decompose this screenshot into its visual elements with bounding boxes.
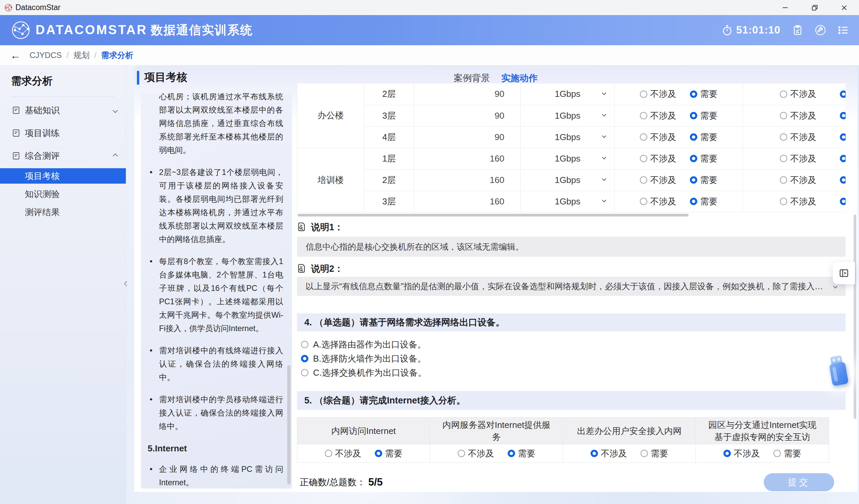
radio-na[interactable] bbox=[640, 155, 647, 162]
case-panel-scrollbar[interactable] bbox=[287, 365, 290, 485]
radio-na[interactable] bbox=[780, 155, 787, 162]
radio-na[interactable] bbox=[723, 450, 731, 457]
radio-na[interactable] bbox=[590, 450, 598, 457]
radio-need[interactable] bbox=[840, 198, 846, 205]
radio-option-a[interactable] bbox=[301, 341, 308, 348]
radio-label: 不涉及 bbox=[790, 196, 816, 207]
chevron-down-icon bbox=[602, 155, 606, 159]
radio-need[interactable] bbox=[375, 450, 382, 457]
sidebar-item-comprehensive-evaluation[interactable]: 综合测评 bbox=[0, 147, 126, 165]
radio-need[interactable] bbox=[641, 450, 648, 457]
radio-need[interactable] bbox=[690, 112, 697, 119]
scrollbar-thumb[interactable] bbox=[298, 214, 689, 217]
drawer-handle[interactable] bbox=[833, 262, 855, 284]
table-horizontal-scrollbar[interactable] bbox=[297, 214, 846, 217]
radio-need[interactable] bbox=[690, 133, 697, 141]
close-button[interactable] bbox=[829, 0, 859, 15]
sidebar-subitem-project-assessment[interactable]: 项目考核 bbox=[0, 168, 126, 184]
radio-need[interactable] bbox=[840, 133, 846, 141]
option-c[interactable]: C.选择交换机作为出口设备。 bbox=[297, 366, 846, 380]
menu-list-icon[interactable] bbox=[838, 25, 849, 36]
building-cell: 培训楼 bbox=[297, 148, 364, 212]
tools-icon[interactable] bbox=[815, 25, 826, 36]
radio-group-cell: 不涉及 需要 bbox=[563, 444, 696, 463]
radio-need[interactable] bbox=[773, 450, 781, 457]
case-description-panel[interactable]: 心机房；该机房通过水平布线系统部署以太网双绞线至本楼层中的各网络信息插座，通过垂… bbox=[141, 93, 292, 489]
radio-na[interactable] bbox=[780, 133, 787, 141]
breadcrumb-separator: / bbox=[94, 51, 97, 60]
breadcrumb-item[interactable]: CJYDCS bbox=[30, 51, 62, 60]
radio-need[interactable] bbox=[840, 155, 846, 162]
chevron-down-icon bbox=[113, 108, 118, 113]
radio-need[interactable] bbox=[840, 91, 846, 98]
document-icon bbox=[12, 152, 20, 160]
app-window: DatacomStar DATACOMSTAR数据通信实训系统 bbox=[0, 0, 859, 504]
radio-need[interactable] bbox=[840, 112, 846, 119]
radio-na[interactable] bbox=[780, 112, 787, 119]
radio-label: 不涉及 bbox=[468, 448, 494, 459]
report-icon[interactable] bbox=[792, 25, 803, 36]
option-b[interactable]: B.选择防火墙作为出口设备。 bbox=[297, 351, 846, 366]
bandwidth-select[interactable]: 1Gbps bbox=[521, 148, 615, 169]
radio-option-b[interactable] bbox=[301, 355, 308, 362]
radio-na[interactable] bbox=[325, 450, 332, 457]
radio-group-cell: 不涉及 需要 bbox=[696, 444, 829, 463]
radio-label: 需要 bbox=[700, 88, 718, 100]
brand-title: DATACOMSTAR数据通信实训系统 bbox=[35, 22, 253, 38]
radio-group-cell: 不涉及 需要 bbox=[615, 148, 743, 169]
note1-body: 信息中心指的是核心交换机所在的区域，该区域无需编辑。 bbox=[297, 237, 846, 257]
radio-na[interactable] bbox=[640, 198, 647, 205]
chevron-down-icon bbox=[602, 91, 606, 95]
minimize-button[interactable] bbox=[770, 0, 800, 15]
radio-label: 不涉及 bbox=[790, 110, 816, 122]
radio-option-c[interactable] bbox=[301, 369, 308, 376]
back-arrow-icon[interactable]: ← bbox=[10, 50, 21, 61]
option-label: A.选择路由器作为出口设备。 bbox=[313, 339, 426, 350]
sidebar-subitem-knowledge-test[interactable]: 知识测验 bbox=[0, 186, 126, 202]
close-icon bbox=[841, 4, 848, 11]
radio-group-cell: 不涉及 需要 bbox=[615, 169, 743, 191]
radio-group-cell: 不涉及 需要 bbox=[743, 83, 846, 105]
app-logo-icon bbox=[4, 3, 13, 12]
radio-na[interactable] bbox=[780, 91, 787, 98]
bandwidth-select[interactable]: 1Gbps bbox=[521, 126, 615, 148]
radio-na[interactable] bbox=[640, 91, 647, 98]
sidebar-item-project-training[interactable]: 项目训练 bbox=[0, 124, 126, 142]
radio-need[interactable] bbox=[690, 155, 697, 162]
radio-na[interactable] bbox=[780, 176, 787, 184]
radio-need[interactable] bbox=[690, 176, 697, 184]
radio-need[interactable] bbox=[690, 91, 697, 98]
radio-na[interactable] bbox=[640, 133, 647, 141]
radio-need[interactable] bbox=[840, 176, 846, 184]
radio-group-cell: 不涉及 需要 bbox=[297, 444, 430, 463]
floor-cell: 2层 bbox=[364, 169, 414, 191]
submit-button[interactable]: 提交 bbox=[764, 473, 834, 491]
sidebar-subitem-evaluation-result[interactable]: 测评结果 bbox=[0, 204, 126, 220]
sidebar-collapse-handle[interactable] bbox=[121, 275, 132, 292]
chevron-down-icon bbox=[602, 134, 606, 138]
expand-chevron-icon[interactable] bbox=[833, 284, 838, 288]
bandwidth-select[interactable]: 1Gbps bbox=[521, 191, 615, 212]
bandwidth-select[interactable]: 1Gbps bbox=[521, 169, 615, 191]
restore-button[interactable] bbox=[800, 0, 829, 15]
usb-device-widget[interactable] bbox=[821, 351, 856, 396]
bandwidth-select[interactable]: 1Gbps bbox=[521, 83, 615, 105]
sidebar-item-basic-knowledge[interactable]: 基础知识 bbox=[0, 101, 126, 119]
bandwidth-select[interactable]: 1Gbps bbox=[521, 105, 615, 126]
minimize-icon bbox=[782, 4, 789, 11]
radio-na[interactable] bbox=[640, 176, 647, 184]
option-a[interactable]: A.选择路由器作为出口设备。 bbox=[297, 337, 846, 351]
radio-need[interactable] bbox=[690, 198, 697, 205]
radio-need[interactable] bbox=[508, 450, 515, 457]
radio-label: 不涉及 bbox=[790, 131, 816, 143]
bandwidth-value: 1Gbps bbox=[555, 89, 581, 99]
breadcrumb-item[interactable]: 规划 bbox=[74, 50, 90, 61]
radio-na[interactable] bbox=[780, 198, 787, 205]
main-content: 项目考核 案例背景 实施动作 心机房；该机房通过水平布线系统部署以太网双绞线至本… bbox=[134, 65, 858, 492]
radio-group-cell: 不涉及 需要 bbox=[743, 126, 846, 148]
note2-header: 说明2： bbox=[297, 262, 846, 275]
option-label: C.选择交换机作为出口设备。 bbox=[313, 367, 426, 379]
radio-na[interactable] bbox=[458, 450, 465, 457]
radio-na[interactable] bbox=[640, 112, 647, 119]
floor-cell: 3层 bbox=[364, 191, 414, 212]
